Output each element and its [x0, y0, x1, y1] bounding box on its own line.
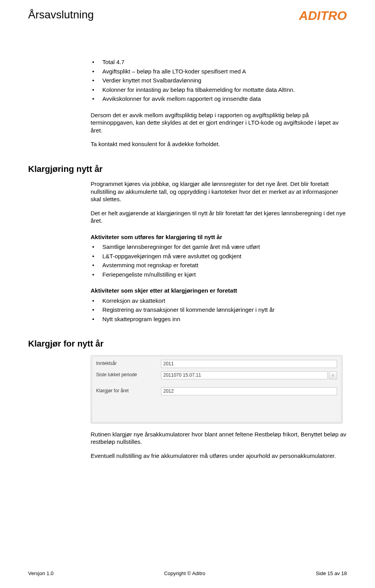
list-item: Samtlige lønnsberegninger for det gamle …	[91, 243, 347, 251]
form-panel: Inntektsår Siste lukket periode ⌕ Klargj…	[91, 355, 343, 424]
paragraph: Ta kontakt med konsulent for å avdekke f…	[91, 140, 347, 148]
magnifier-icon: ⌕	[332, 372, 334, 377]
list-item: Feriepengeliste m/nullstilling er kjørt	[91, 271, 347, 279]
list-item: Avvikskolonner for avvik mellom rapporte…	[91, 95, 347, 103]
footer-page-number: Side 15 av 18	[316, 570, 347, 576]
list-item: Verdier knyttet mot Svalbardavlønning	[91, 77, 347, 84]
section-heading-klargjoring: Klargjøring nytt år	[28, 164, 347, 175]
top-bullet-list: Total 4.7 Avgiftsplikt – beløp fra alle …	[91, 58, 347, 103]
footer-version: Versjon 1.0	[28, 570, 54, 576]
paragraph: Programmet kjøres via jobbkø, og klargjø…	[91, 180, 347, 203]
aditro-logo: ADITRO	[299, 9, 347, 23]
subheading-after: Aktiviteter som skjer etter at klargjøri…	[91, 287, 347, 295]
list-item: Korreksjon av skattekort	[91, 297, 347, 305]
list-item: Avgiftsplikt – beløp fra alle LTO-koder …	[91, 68, 347, 75]
label-inntektsar: Inntektsår	[96, 361, 161, 367]
lookup-button[interactable]: ⌕	[329, 371, 337, 379]
before-list: Samtlige lønnsberegninger for det gamle …	[91, 243, 347, 278]
page-title: Årsavslutning	[28, 9, 94, 21]
label-siste-lukket: Siste lukket periode	[96, 372, 161, 378]
list-item: Nytt skatteprogram legges inn	[91, 315, 347, 323]
input-inntektsar[interactable]	[161, 360, 337, 368]
list-item: L&T-oppgavekjøringen må være avsluttet o…	[91, 252, 347, 260]
list-item: Kolonner for inntasting av beløp fra til…	[91, 86, 347, 94]
subheading-before: Aktiviteter som utføres før klargjøring …	[91, 233, 347, 241]
input-siste-lukket[interactable]	[161, 371, 328, 379]
list-item: Registrering av transaksjoner til kommen…	[91, 306, 347, 314]
after-list: Korreksjon av skattekort Registrering av…	[91, 297, 347, 323]
paragraph: Det er helt avgjørende at klargjøringen …	[91, 209, 347, 225]
paragraph: Dersom det er avvik mellom avgiftsplikti…	[91, 111, 347, 134]
list-item: Total 4.7	[91, 58, 347, 66]
paragraph: Rutinen klargjør nye årsakkumulatorer hv…	[91, 431, 347, 446]
label-klargjor-aret: Klargjør for året	[96, 388, 161, 394]
footer-copyright: Copyright © Aditro	[164, 570, 205, 576]
section-heading-klargjor-for: Klargjør for nytt år	[28, 338, 347, 350]
paragraph: Eventuell nullstilling av frie akkumulat…	[91, 452, 347, 460]
list-item: Avstemming mot regnskap er foretatt	[91, 261, 347, 269]
input-klargjor-aret[interactable]	[161, 387, 337, 395]
